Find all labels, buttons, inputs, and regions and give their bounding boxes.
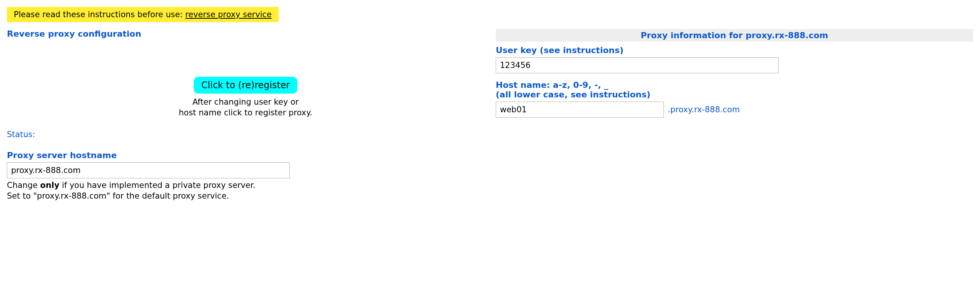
user-key-label: User key (see instructions) [496, 45, 973, 55]
proxy-help-bold: only [40, 181, 59, 190]
banner-prefix: Please read these instructions before us… [14, 10, 185, 19]
host-name-suffix: .proxy.rx-888.com [668, 105, 740, 114]
register-button[interactable]: Click to (re)register [194, 77, 298, 94]
instructions-banner: Please read these instructions before us… [7, 7, 279, 22]
reverse-proxy-config-title: Reverse proxy configuration [7, 29, 484, 39]
user-key-input[interactable] [496, 57, 779, 73]
proxy-server-hostname-title: Proxy server hostname [7, 150, 484, 160]
status-label: Status: [7, 130, 484, 139]
register-note-line1: After changing user key or [192, 97, 299, 107]
host-name-label-line2: (all lower case, see instructions) [496, 90, 651, 99]
host-name-input[interactable] [496, 102, 664, 118]
proxy-help-prefix: Change [7, 181, 40, 190]
proxy-server-hostname-input[interactable] [7, 162, 290, 178]
register-note: After changing user key or host name cli… [7, 97, 484, 118]
instructions-link[interactable]: reverse proxy service [185, 10, 272, 19]
register-note-line2: host name click to register proxy. [179, 108, 313, 117]
proxy-help-line2: Set to "proxy.rx-888.com" for the defaul… [7, 191, 229, 201]
proxy-help-suffix: if you have implemented a private proxy … [59, 181, 255, 190]
proxy-server-help: Change only if you have implemented a pr… [7, 180, 484, 202]
host-name-label-line1: Host name: a-z, 0-9, -, _ [496, 80, 608, 90]
host-name-label: Host name: a-z, 0-9, -, _ (all lower cas… [496, 80, 973, 99]
proxy-info-header: Proxy information for proxy.rx-888.com [496, 29, 973, 42]
